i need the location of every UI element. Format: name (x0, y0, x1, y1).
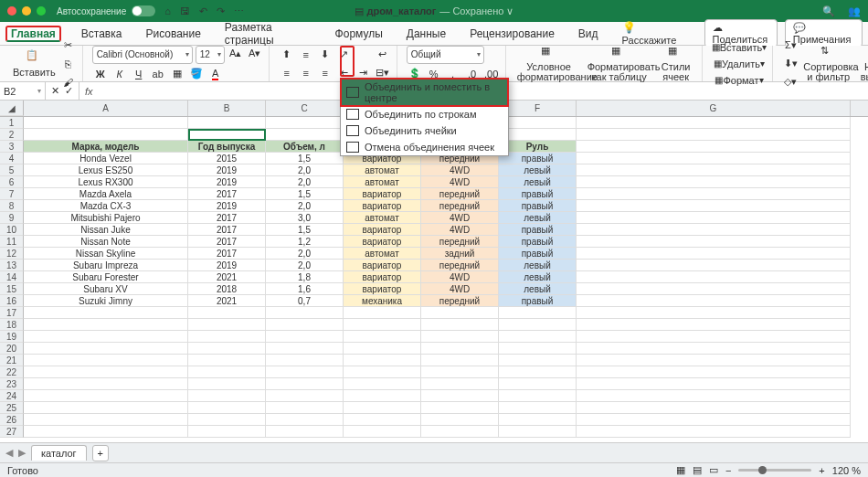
cell[interactable] (577, 366, 851, 378)
unmerge-item[interactable]: Отмена объединения ячеек (341, 139, 508, 155)
cell[interactable] (344, 378, 421, 390)
cell[interactable]: правый (499, 248, 577, 260)
fontsize-select[interactable]: 12 (196, 46, 225, 64)
italic-icon[interactable]: К (111, 66, 128, 82)
cell[interactable]: вариатор (344, 188, 421, 200)
row-header[interactable]: 10 (0, 224, 24, 236)
cell[interactable] (421, 414, 499, 426)
cell[interactable]: правый (499, 236, 577, 248)
cell[interactable]: 2,0 (266, 248, 344, 260)
row-header[interactable]: 23 (0, 378, 24, 390)
cell[interactable] (24, 307, 188, 319)
cell[interactable] (577, 271, 851, 283)
cell[interactable] (499, 319, 577, 331)
cell[interactable]: 2021 (188, 295, 266, 307)
cell[interactable]: задний (421, 248, 499, 260)
format-cells-button[interactable]: ▦ Формат ▾ (712, 72, 767, 89)
zoom-level[interactable]: 120 % (832, 465, 861, 476)
cell[interactable]: 1,8 (266, 271, 344, 283)
format-table-button[interactable]: ▦Форматировать как таблицу (586, 45, 653, 82)
find-select-button[interactable]: 🔍Найти и выделить (858, 45, 868, 82)
cell[interactable] (421, 402, 499, 414)
cell[interactable]: 1,2 (266, 236, 344, 248)
row-header[interactable]: 25 (0, 402, 24, 414)
cell[interactable] (24, 390, 188, 402)
row-header[interactable]: 14 (0, 271, 24, 283)
row-header[interactable]: 9 (0, 212, 24, 224)
cell[interactable]: 1,6 (266, 283, 344, 295)
cell[interactable] (188, 319, 266, 331)
cell[interactable]: 2019 (188, 164, 266, 176)
row-header[interactable]: 3 (0, 141, 24, 153)
cell-styles-button[interactable]: ▦Стили ячеек (656, 45, 696, 82)
cell[interactable]: Mazda Axela (24, 188, 188, 200)
cell[interactable] (188, 307, 266, 319)
align-right-icon[interactable]: ≡ (317, 65, 333, 81)
cell[interactable] (344, 402, 421, 414)
row-header[interactable]: 2 (0, 129, 24, 141)
cell[interactable]: Nissan Skyline (24, 248, 188, 260)
cell[interactable] (499, 378, 577, 390)
cell[interactable] (499, 117, 577, 129)
row-header[interactable]: 21 (0, 355, 24, 366)
row-header[interactable]: 24 (0, 390, 24, 402)
cell[interactable]: передний (421, 295, 499, 307)
cell[interactable] (499, 414, 577, 426)
cell[interactable] (577, 224, 851, 236)
col-header-g[interactable]: G (577, 101, 851, 116)
cell[interactable] (188, 402, 266, 414)
cell[interactable] (577, 331, 851, 343)
cell[interactable] (577, 343, 851, 355)
row-header[interactable]: 11 (0, 236, 24, 248)
cell[interactable] (24, 378, 188, 390)
cut-icon[interactable]: ✂ (60, 37, 77, 54)
row-header[interactable]: 18 (0, 319, 24, 331)
cell[interactable] (266, 307, 344, 319)
tab-home[interactable]: Главная (5, 26, 61, 42)
cell[interactable] (577, 117, 851, 129)
cell[interactable] (577, 295, 851, 307)
tab-review[interactable]: Рецензирование (466, 26, 558, 42)
row-header[interactable]: 27 (0, 426, 24, 438)
cell[interactable] (24, 366, 188, 378)
cell[interactable] (421, 426, 499, 438)
cell[interactable] (24, 319, 188, 331)
cell[interactable]: 1,5 (266, 188, 344, 200)
cell[interactable] (24, 402, 188, 414)
cell[interactable] (188, 366, 266, 378)
cell[interactable] (577, 260, 851, 271)
tab-layout[interactable]: Разметка страницы (221, 19, 315, 48)
merge-cells-item[interactable]: Объединить ячейки (341, 122, 508, 139)
fill-icon[interactable]: ⬇▾ (782, 56, 799, 72)
cell[interactable]: 3,0 (266, 212, 344, 224)
cell[interactable]: вариатор (344, 236, 421, 248)
cell[interactable]: Nissan Juke (24, 224, 188, 236)
cell[interactable] (577, 129, 851, 141)
cell[interactable] (188, 117, 266, 129)
clear-icon[interactable]: ◇▾ (782, 74, 799, 90)
tab-data[interactable]: Данные (403, 26, 450, 42)
save-icon[interactable]: 🖫 (180, 5, 190, 17)
cell[interactable] (266, 355, 344, 366)
sort-filter-button[interactable]: ⇅Сортировка и фильтр (801, 45, 855, 82)
cell[interactable] (577, 414, 851, 426)
tab-view[interactable]: Вид (575, 26, 602, 42)
close-window[interactable] (7, 6, 16, 16)
tab-draw[interactable]: Рисование (142, 26, 204, 42)
align-top-icon[interactable]: ⬆ (279, 47, 295, 63)
cell[interactable] (266, 319, 344, 331)
share-icon[interactable]: 👥 (848, 5, 861, 17)
decrease-font-icon[interactable]: A▾ (247, 46, 263, 62)
sheet-tab[interactable]: каталог (31, 445, 87, 461)
cell[interactable] (577, 176, 851, 188)
cell[interactable]: Subaru Forester (24, 271, 188, 283)
view-normal-icon[interactable]: ▦ (676, 464, 685, 476)
cell[interactable] (24, 331, 188, 343)
cell[interactable] (499, 366, 577, 378)
cell[interactable] (344, 414, 421, 426)
cell[interactable] (24, 414, 188, 426)
cell[interactable]: передний (421, 200, 499, 212)
document-title[interactable]: ▤ дром_каталог — Сохранено ∨ (355, 5, 514, 17)
cell[interactable] (266, 117, 344, 129)
cell[interactable] (577, 378, 851, 390)
